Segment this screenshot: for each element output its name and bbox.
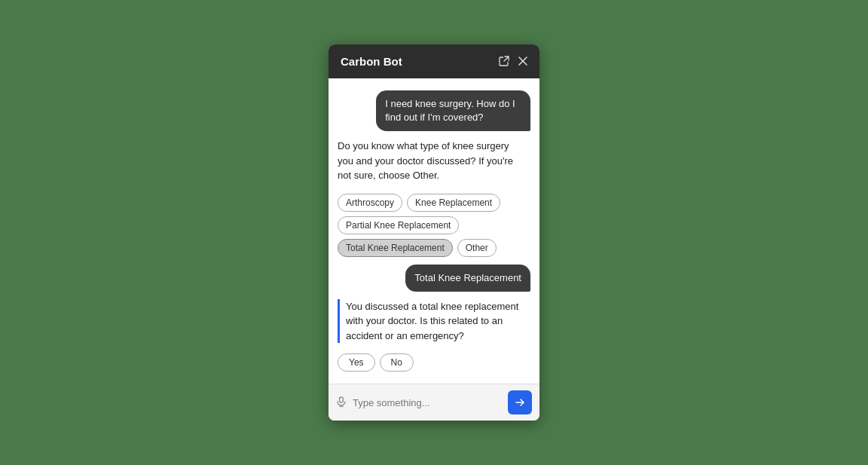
chat-text-input[interactable] <box>353 397 502 408</box>
chip-yes[interactable]: Yes <box>338 353 375 372</box>
chip-knee-replacement[interactable]: Knee Replacement <box>407 194 500 212</box>
chat-input-area <box>329 384 539 421</box>
chip-other[interactable]: Other <box>457 239 497 257</box>
send-button[interactable] <box>508 390 532 415</box>
chat-header-title: Carbon Bot <box>341 55 402 68</box>
chip-arthroscopy[interactable]: Arthroscopy <box>338 194 402 212</box>
chat-body: I need knee surgery. How do I find out i… <box>329 78 539 384</box>
microphone-icon[interactable] <box>336 396 347 409</box>
chip-total-knee-replacement[interactable]: Total Knee Replacement <box>338 239 453 257</box>
user-message-1: I need knee surgery. How do I find out i… <box>376 90 530 131</box>
yes-no-chips: Yes No <box>338 353 530 372</box>
svg-rect-0 <box>340 397 344 402</box>
chat-window: Carbon Bot I need knee surgery. How do I… <box>329 44 539 421</box>
chip-no[interactable]: No <box>380 353 414 372</box>
bot-message-2: You discussed a total knee replacement w… <box>338 299 521 344</box>
surgery-type-chips: Arthroscopy Knee Replacement Partial Kne… <box>338 194 530 257</box>
bot-message-1: Do you know what type of knee surgery yo… <box>338 139 521 183</box>
chat-header: Carbon Bot <box>329 44 539 78</box>
external-link-icon[interactable] <box>499 56 509 66</box>
close-icon[interactable] <box>518 57 527 66</box>
chat-header-actions <box>499 56 527 66</box>
chip-partial-knee-replacement[interactable]: Partial Knee Replacement <box>338 216 459 234</box>
user-message-2: Total Knee Replacement <box>405 265 530 292</box>
